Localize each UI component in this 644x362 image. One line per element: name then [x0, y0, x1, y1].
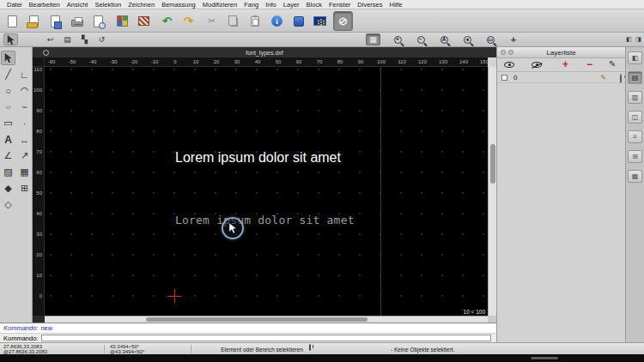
toggle-view-list-button[interactable]: ◫ — [628, 111, 642, 124]
drawing-canvas[interactable]: Lorem ipsum dolor sit amet Lorem ipsum d… — [45, 67, 488, 316]
layer-eye-icon[interactable] — [620, 75, 622, 82]
toggle-left-panel-button[interactable]: ◧ — [625, 33, 633, 45]
ellipse-tool-button[interactable]: ○ — [1, 102, 15, 112]
menu-item[interactable]: Modifizieren — [199, 1, 240, 9]
rectangle-tool-button[interactable]: ▭ — [1, 116, 15, 130]
toggle-right-panel-button[interactable]: ◨ — [635, 33, 642, 45]
vertical-scrollbar[interactable] — [488, 67, 496, 316]
layer-visibility-checkbox[interactable] — [501, 75, 507, 81]
zoom-in-button[interactable]: + — [388, 33, 407, 45]
add-layer-button[interactable]: + — [562, 58, 568, 70]
command-input[interactable] — [41, 335, 491, 341]
toggle-selection-filter-button[interactable]: ▦ — [628, 170, 642, 183]
menu-item[interactable]: Bearbeiten — [26, 1, 64, 9]
cut-button[interactable]: ✂ — [202, 11, 222, 31]
hatch-tool-button[interactable]: ▨ — [1, 165, 15, 179]
copy-button[interactable] — [223, 11, 243, 31]
text-tool-button[interactable]: A — [1, 132, 15, 147]
window-zoom-button[interactable]: ▭ — [481, 33, 500, 45]
pan-button[interactable]: + — [504, 33, 523, 45]
show-all-layers-button[interactable] — [504, 62, 514, 68]
polyline-tool-button[interactable]: ∟ — [17, 67, 32, 81]
menu-item[interactable]: Info — [262, 1, 280, 9]
text-entity-cad-font[interactable]: Lorem ipsum dolor sit amet — [175, 214, 355, 226]
menu-item[interactable]: Diverses — [354, 1, 386, 9]
panel-close-button[interactable] — [501, 50, 506, 55]
spline-tool-button[interactable]: ~ — [17, 100, 32, 114]
save-file-button[interactable] — [46, 11, 65, 31]
toggle-property-editor-button[interactable]: ◧ — [628, 51, 642, 64]
ruler-tick-label: 150 — [474, 57, 488, 67]
command-input-row: Kommando: — [0, 333, 496, 342]
image-tool-button[interactable]: ▦ — [17, 165, 32, 179]
info-button[interactable]: i — [267, 11, 287, 31]
open-file-button[interactable] — [24, 11, 44, 31]
undo-button[interactable]: ↶ — [157, 11, 177, 31]
menu-item[interactable]: Hilfe — [386, 1, 406, 9]
line-tool-button[interactable]: ╱ — [1, 67, 15, 81]
paste-button[interactable] — [245, 11, 264, 31]
restriction-off-button[interactable]: ⊘ — [333, 11, 353, 31]
horizontal-scrollbar-thumb[interactable] — [146, 317, 368, 322]
toggle-library-browser-button[interactable]: ⊞ — [628, 150, 642, 163]
panel-collapse-button[interactable] — [508, 50, 513, 55]
edit-layer-button[interactable]: ✎ — [609, 59, 616, 69]
layer-edit-icon[interactable]: ✎ — [600, 74, 606, 81]
copy-icon — [231, 18, 238, 27]
cut-icon: ✂ — [208, 15, 216, 27]
print-button[interactable] — [67, 11, 87, 31]
select-tool-button[interactable] — [1, 51, 15, 65]
print-preview-button[interactable] — [88, 11, 108, 31]
menu-item[interactable]: Bemassung — [158, 1, 199, 9]
menu-item[interactable]: Layer — [280, 1, 303, 9]
point-tool-button[interactable]: · — [17, 116, 32, 130]
horizontal-scrollbar[interactable] — [45, 316, 488, 323]
isometric-grid-button[interactable]: ▚ — [77, 33, 92, 45]
bottom-bar-handle[interactable] — [531, 357, 558, 359]
block-tool-button[interactable]: ◆ — [1, 181, 15, 196]
regenerate-button[interactable]: ↺ — [94, 33, 109, 45]
layer-list-titlebar[interactable]: Layerliste — [497, 47, 625, 58]
reset-action-button[interactable]: ↩ — [43, 33, 58, 45]
menu-item[interactable]: Fang — [240, 1, 262, 9]
previous-view-icon: ◂ — [464, 36, 471, 44]
selection-pointer-button[interactable] — [3, 33, 18, 45]
menu-item[interactable]: Zeichnen — [125, 1, 158, 9]
remove-layer-button[interactable]: − — [586, 58, 592, 70]
circle-tool-button[interactable]: ○ — [1, 83, 15, 98]
panel-window-buttons[interactable] — [501, 50, 513, 55]
leader-tool-button[interactable]: ↗ — [17, 148, 32, 163]
redo-button[interactable]: ↷ — [179, 11, 198, 31]
vertical-ruler: 1101009080706050403020100 — [33, 67, 45, 316]
dimension-tool-button[interactable]: ↔ — [17, 132, 32, 147]
hide-all-layers-button[interactable] — [532, 62, 542, 68]
angular-dimension-tool-button[interactable]: ∠ — [1, 148, 15, 163]
zoom-out-button[interactable]: − — [411, 33, 430, 45]
menu-item[interactable]: Datei — [3, 1, 26, 9]
library-tool-button[interactable]: ⊞ — [17, 181, 32, 196]
document-icon[interactable] — [43, 50, 49, 56]
previous-view-button[interactable]: ◂ — [458, 33, 477, 45]
drawing-preferences-button[interactable] — [112, 11, 132, 31]
flag-button[interactable] — [289, 11, 308, 31]
grid-toggle-button[interactable]: ▦ — [366, 33, 380, 45]
language-button[interactable] — [310, 11, 330, 31]
menu-item[interactable]: Selektion — [91, 1, 125, 9]
ruler-tick-label: 0 — [165, 57, 185, 67]
arc-tool-button[interactable]: ◠ — [17, 83, 32, 98]
toggle-layer-list-button[interactable]: ▤ — [628, 71, 642, 84]
zoom-in-icon: + — [394, 36, 402, 44]
layer-row[interactable]: 0 ✎ — [497, 72, 625, 83]
hatch-settings-button[interactable] — [134, 11, 154, 31]
menu-item[interactable]: Block — [303, 1, 325, 9]
toggle-command-line-button[interactable]: ≡ — [628, 130, 642, 143]
view-options-button[interactable]: ▤ — [60, 33, 75, 45]
misc-tool-button[interactable]: ◇ — [1, 197, 15, 212]
new-file-button[interactable] — [3, 11, 22, 31]
vertical-scrollbar-thumb[interactable] — [490, 144, 495, 184]
menu-item[interactable]: Ansicht — [64, 1, 92, 9]
toggle-block-list-button[interactable]: ▥ — [628, 91, 642, 104]
auto-zoom-button[interactable]: A — [434, 33, 453, 45]
menu-item[interactable]: Fenster — [325, 1, 354, 9]
text-entity-sans[interactable]: Lorem ipsum dolor sit amet — [175, 150, 341, 166]
